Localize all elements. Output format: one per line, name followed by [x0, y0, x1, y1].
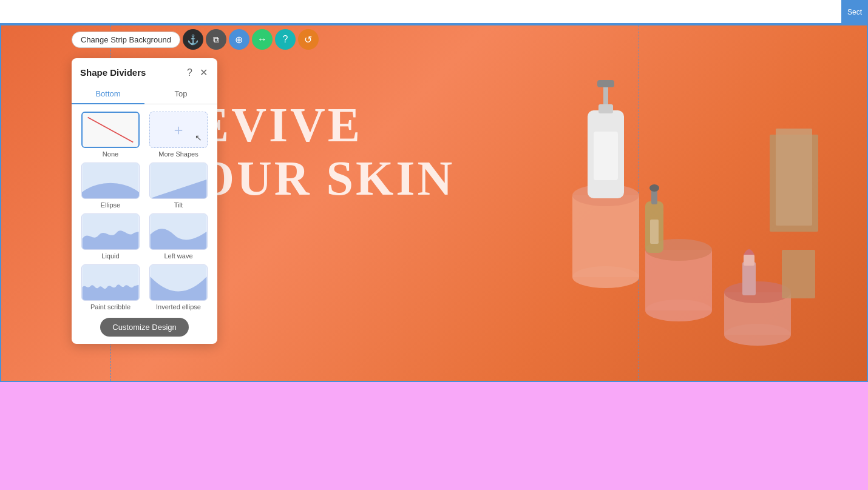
- shape-label-none: None: [103, 150, 118, 158]
- tab-top[interactable]: Top: [144, 84, 217, 104]
- duplicate-icon-button[interactable]: ⧉: [206, 29, 226, 50]
- svg-rect-21: [776, 129, 812, 226]
- shape-item-liquid[interactable]: Liquid: [79, 213, 142, 260]
- shape-label-inverted-ellipse: Inverted ellipse: [156, 303, 201, 310]
- customize-design-button[interactable]: Customize Design: [100, 318, 189, 337]
- left-wave-svg: [150, 214, 207, 249]
- help-icon-button[interactable]: ?: [275, 29, 296, 50]
- shape-label-left-wave: Left wave: [164, 252, 192, 260]
- shape-item-ellipse[interactable]: Ellipse: [79, 163, 142, 209]
- shape-label-tilt: Tilt: [174, 201, 183, 209]
- shape-item-more[interactable]: ＋ ↖ More Shapes: [147, 112, 210, 158]
- shape-item-inverted-ellipse[interactable]: Inverted ellipse: [147, 264, 210, 310]
- shape-dividers-panel: Shape Dividers ? ✕ Bottom Top None ＋ ↖: [72, 58, 217, 344]
- shape-label-paint-scribble: Paint scribble: [90, 303, 131, 310]
- help-icon: ?: [282, 34, 288, 45]
- top-bar: Sect: [0, 0, 868, 24]
- shape-preview-left-wave[interactable]: [149, 213, 208, 250]
- tilt-svg: [150, 163, 207, 198]
- svg-rect-13: [598, 104, 613, 113]
- svg-rect-10: [594, 132, 618, 180]
- shape-preview-none[interactable]: [81, 112, 140, 148]
- anchor-icon: ⚓: [187, 34, 199, 45]
- panel-header-icons: ? ✕: [186, 65, 209, 79]
- cursor-icon: ↖: [195, 133, 202, 143]
- panel-help-button[interactable]: ?: [186, 66, 194, 79]
- shape-preview-more[interactable]: ＋ ↖: [149, 112, 208, 148]
- shape-item-paint-scribble[interactable]: Paint scribble: [79, 264, 142, 310]
- products-svg: [515, 38, 818, 377]
- products-scene: [515, 38, 818, 369]
- sect-button[interactable]: Sect: [841, 0, 868, 24]
- panel-close-button[interactable]: ✕: [198, 65, 209, 79]
- shape-preview-ellipse[interactable]: [81, 163, 140, 199]
- link-icon: ↔: [257, 34, 267, 45]
- pink-section: [0, 382, 868, 490]
- liquid-svg: [82, 214, 139, 249]
- svg-rect-1: [572, 195, 639, 277]
- shape-label-liquid: Liquid: [101, 252, 119, 260]
- panel-title: Shape Dividers: [80, 67, 146, 78]
- shapes-grid: None ＋ ↖ More Shapes Ellipse: [72, 109, 217, 315]
- svg-point-8: [724, 281, 791, 303]
- tab-bottom[interactable]: Bottom: [72, 84, 144, 104]
- svg-rect-18: [742, 262, 756, 295]
- ellipse-svg: [82, 163, 139, 198]
- shape-preview-tilt[interactable]: [149, 163, 208, 199]
- refresh-icon-button[interactable]: ↺: [298, 29, 319, 50]
- svg-point-17: [649, 184, 659, 192]
- anchor-icon-button[interactable]: ⚓: [183, 29, 203, 50]
- shape-preview-inverted-ellipse[interactable]: [149, 264, 208, 301]
- shape-item-tilt[interactable]: Tilt: [147, 163, 210, 209]
- svg-rect-19: [744, 255, 754, 266]
- panel-tabs: Bottom Top: [72, 84, 217, 104]
- svg-rect-22: [782, 250, 815, 298]
- inverted-ellipse-svg: [150, 265, 207, 300]
- shape-label-more: More Shapes: [158, 150, 198, 158]
- refresh-icon: ↺: [304, 34, 312, 45]
- svg-rect-15: [650, 220, 659, 244]
- none-svg: [83, 113, 138, 147]
- panel-header: Shape Dividers ? ✕: [72, 58, 217, 84]
- more-plus-icon: ＋: [171, 120, 186, 139]
- svg-rect-12: [597, 80, 614, 87]
- shape-item-none[interactable]: None: [79, 112, 142, 158]
- paint-scribble-svg: [82, 265, 139, 300]
- shape-preview-paint-scribble[interactable]: [81, 264, 140, 301]
- move-icon: ⊕: [235, 34, 243, 45]
- change-bg-button[interactable]: Change Strip Background: [72, 32, 180, 48]
- shape-preview-liquid[interactable]: [81, 213, 140, 250]
- floating-toolbar: Change Strip Background ⚓ ⧉ ⊕ ↔ ? ↺: [72, 29, 319, 50]
- duplicate-icon: ⧉: [213, 35, 219, 45]
- link-icon-button[interactable]: ↔: [252, 29, 273, 50]
- shape-label-ellipse: Ellipse: [101, 201, 120, 209]
- move-icon-button[interactable]: ⊕: [229, 29, 249, 50]
- shape-item-left-wave[interactable]: Left wave: [147, 213, 210, 260]
